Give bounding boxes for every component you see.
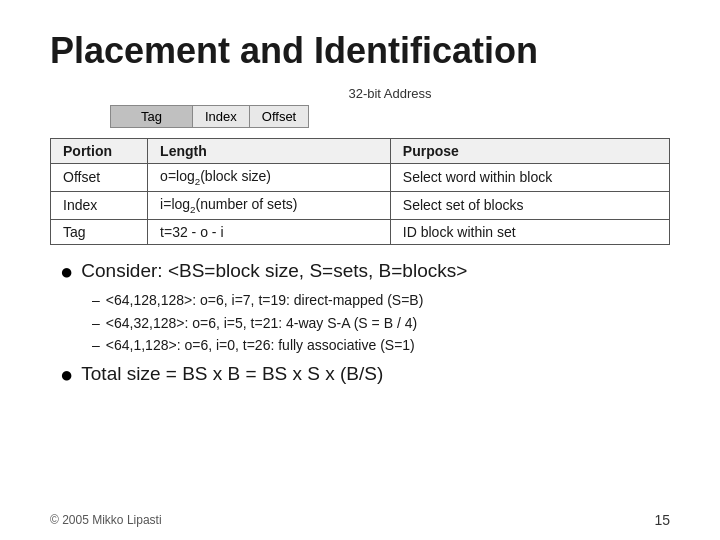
address-label: 32-bit Address (110, 86, 670, 101)
sub-text-1: <64,128,128>: o=6, i=7, t=19: direct-map… (106, 291, 424, 311)
slide: Placement and Identification 32-bit Addr… (0, 0, 720, 540)
row-tag-portion: Tag (51, 219, 148, 244)
sub-dash-3: – (92, 336, 100, 356)
sub-dash-2: – (92, 314, 100, 334)
sub-bullet-1: – <64,128,128>: o=6, i=7, t=19: direct-m… (92, 291, 670, 311)
sub-text-2: <64,32,128>: o=6, i=5, t=21: 4-way S-A (… (106, 314, 417, 334)
bullet-total: ● Total size = BS x B = BS x S x (B/S) (60, 362, 670, 388)
header-purpose: Purpose (390, 139, 669, 164)
sub-bullets-consider: – <64,128,128>: o=6, i=7, t=19: direct-m… (92, 291, 670, 356)
row-index-length: i=log2(number of sets) (148, 191, 391, 219)
row-offset-portion: Offset (51, 164, 148, 192)
slide-title: Placement and Identification (50, 30, 670, 72)
row-tag-purpose: ID block within set (390, 219, 669, 244)
sub-bullet-3: – <64,1,128>: o=6, i=0, t=26: fully asso… (92, 336, 670, 356)
footer: © 2005 Mikko Lipasti 15 (50, 512, 670, 528)
address-diagram: Tag Index Offset (110, 105, 670, 128)
table-row: Index i=log2(number of sets) Select set … (51, 191, 670, 219)
row-index-purpose: Select set of blocks (390, 191, 669, 219)
bullet-dot-1: ● (60, 259, 73, 285)
portions-table: Portion Length Purpose Offset o=log2(blo… (50, 138, 670, 245)
header-portion: Portion (51, 139, 148, 164)
copyright: © 2005 Mikko Lipasti (50, 513, 162, 527)
addr-offset: Offset (250, 105, 309, 128)
row-offset-purpose: Select word within block (390, 164, 669, 192)
table-header-row: Portion Length Purpose (51, 139, 670, 164)
table-row: Offset o=log2(block size) Select word wi… (51, 164, 670, 192)
bullet-consider-text: Consider: <BS=block size, S=sets, B=bloc… (81, 259, 467, 284)
table-row: Tag t=32 - o - i ID block within set (51, 219, 670, 244)
bullet-consider: ● Consider: <BS=block size, S=sets, B=bl… (60, 259, 670, 285)
row-offset-length: o=log2(block size) (148, 164, 391, 192)
addr-tag: Tag (110, 105, 193, 128)
sub-bullet-2: – <64,32,128>: o=6, i=5, t=21: 4-way S-A… (92, 314, 670, 334)
bullet-total-text: Total size = BS x B = BS x S x (B/S) (81, 362, 383, 387)
sub-dash-1: – (92, 291, 100, 311)
row-tag-length: t=32 - o - i (148, 219, 391, 244)
page-number: 15 (654, 512, 670, 528)
bullet-dot-2: ● (60, 362, 73, 388)
row-index-portion: Index (51, 191, 148, 219)
addr-index: Index (193, 105, 250, 128)
header-length: Length (148, 139, 391, 164)
sub-text-3: <64,1,128>: o=6, i=0, t=26: fully associ… (106, 336, 415, 356)
bullet-section: ● Consider: <BS=block size, S=sets, B=bl… (50, 259, 670, 389)
